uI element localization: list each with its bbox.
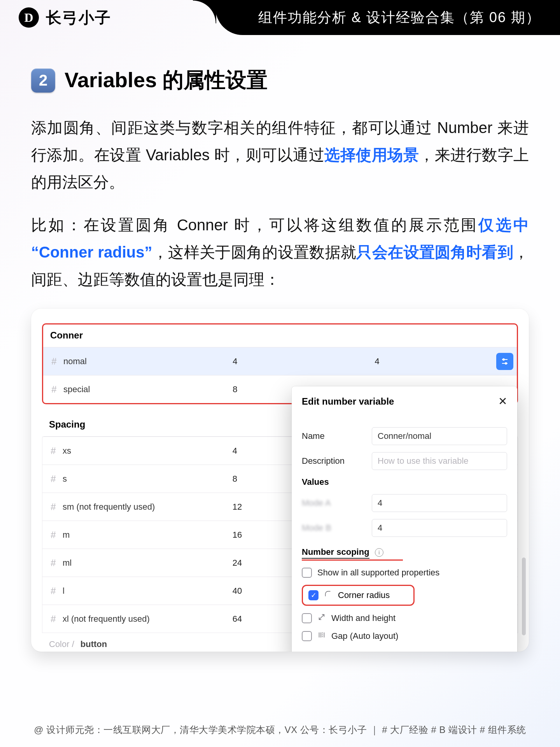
variable-name: l bbox=[63, 586, 65, 596]
checkbox-unchecked[interactable] bbox=[302, 631, 312, 641]
scope-underline-annotation bbox=[302, 559, 403, 561]
figma-screenshot: Conner # nomal 4 4 # special bbox=[31, 309, 529, 652]
variable-value-2: 4 bbox=[375, 356, 493, 366]
section-index-badge: 2 bbox=[31, 68, 55, 93]
variable-name: special bbox=[63, 384, 90, 395]
gap-icon bbox=[317, 631, 326, 642]
scope-option-width-height[interactable]: Width and height bbox=[302, 613, 507, 624]
paragraph-1: 添加圆角、间距这类与数字相关的组件特征，都可以通过 Number 来进行添加。在… bbox=[31, 114, 529, 196]
hash-icon: # bbox=[50, 356, 58, 367]
hash-icon: # bbox=[49, 530, 57, 540]
option-label: Width and height bbox=[331, 613, 396, 623]
brand: D 长弓小子 bbox=[19, 7, 111, 28]
description-label: Description bbox=[302, 456, 364, 466]
hash-icon: # bbox=[49, 502, 57, 512]
hash-icon: # bbox=[49, 558, 57, 568]
page-footer: @ 设计师元尧：一线互联网大厂，清华大学美术学院本硕，VX 公号：长弓小子 ｜ … bbox=[0, 724, 560, 736]
value-mode-label: Mode B bbox=[302, 523, 364, 533]
hash-icon: # bbox=[49, 445, 57, 456]
scrollbar[interactable] bbox=[522, 558, 526, 635]
variable-name: nomal bbox=[63, 356, 87, 366]
group-title-conner: Conner bbox=[43, 324, 517, 347]
variable-name: m bbox=[63, 530, 70, 540]
values-title: Values bbox=[302, 477, 507, 487]
variable-name: s bbox=[63, 474, 67, 484]
scoping-title: Number scoping bbox=[302, 547, 369, 559]
p2-a: 比如：在设置圆角 Conner 时，可以将这组数值的展示范围 bbox=[31, 216, 478, 233]
page-header: D 长弓小子 组件功能分析 & 设计经验合集（第 06 期） bbox=[0, 0, 560, 35]
edit-variable-popover: Edit number variable ✕ Name Conner/nomal… bbox=[292, 386, 517, 652]
ghost-prefix: Color / bbox=[49, 639, 74, 649]
brand-text: 长弓小子 bbox=[46, 7, 111, 28]
resize-icon bbox=[317, 613, 326, 624]
brand-badge: D bbox=[19, 7, 39, 28]
header-pill: 组件功能分析 & 设计经验合集（第 06 期） bbox=[215, 0, 560, 35]
checkbox-unchecked[interactable] bbox=[302, 568, 312, 578]
svg-point-3 bbox=[505, 363, 507, 364]
hash-icon: # bbox=[50, 384, 58, 395]
info-icon[interactable]: i bbox=[375, 548, 383, 557]
p1-b: 选择使用场景 bbox=[324, 146, 419, 163]
content: 2 Variables 的属性设置 添加圆角、间距这类与数字相关的组件特征，都可… bbox=[0, 35, 560, 652]
hash-icon: # bbox=[49, 586, 57, 596]
option-label: Gap (Auto layout) bbox=[331, 631, 398, 641]
close-icon[interactable]: ✕ bbox=[498, 395, 507, 408]
scope-option-gap[interactable]: Gap (Auto layout) bbox=[302, 631, 507, 642]
p2-c: ，这样关于圆角的设置数据就 bbox=[152, 244, 357, 261]
variable-name: sm (not frequently used) bbox=[63, 502, 155, 512]
hash-icon: # bbox=[49, 473, 57, 484]
checkbox-checked[interactable]: ✓ bbox=[308, 590, 318, 600]
popover-title: Edit number variable bbox=[302, 396, 394, 407]
variable-name: xl (not frequently used) bbox=[63, 614, 150, 624]
variable-value-1: 4 bbox=[233, 356, 374, 366]
option-label: Show in all supported properties bbox=[317, 568, 439, 578]
paragraph-2: 比如：在设置圆角 Conner 时，可以将这组数值的展示范围仅选中 “Conne… bbox=[31, 211, 529, 293]
name-label: Name bbox=[302, 431, 364, 441]
variable-row[interactable]: # nomal 4 4 bbox=[43, 347, 517, 375]
corner-radius-icon bbox=[324, 590, 332, 601]
description-field[interactable]: How to use this variable bbox=[372, 452, 507, 470]
ghost-bold: button bbox=[80, 639, 107, 649]
value-field[interactable]: 4 bbox=[372, 494, 507, 512]
section-title: 2 Variables 的属性设置 bbox=[31, 66, 529, 95]
adjust-button[interactable] bbox=[496, 353, 513, 370]
scope-option-corner-highlighted[interactable]: ✓ Corner radius bbox=[302, 585, 415, 606]
name-field[interactable]: Conner/nomal bbox=[372, 427, 507, 445]
hash-icon: # bbox=[49, 614, 57, 624]
value-field[interactable]: 4 bbox=[372, 519, 507, 537]
svg-point-2 bbox=[503, 359, 504, 360]
variable-name: ml bbox=[63, 558, 72, 568]
value-mode-label: Mode A bbox=[302, 498, 364, 508]
option-label: Corner radius bbox=[338, 590, 390, 600]
variable-name: xs bbox=[63, 446, 71, 456]
p2-d: 只会在设置圆角时看到 bbox=[356, 244, 513, 261]
section-title-text: Variables 的属性设置 bbox=[65, 66, 268, 95]
scope-option-all[interactable]: Show in all supported properties bbox=[302, 568, 507, 578]
checkbox-unchecked[interactable] bbox=[302, 613, 312, 623]
